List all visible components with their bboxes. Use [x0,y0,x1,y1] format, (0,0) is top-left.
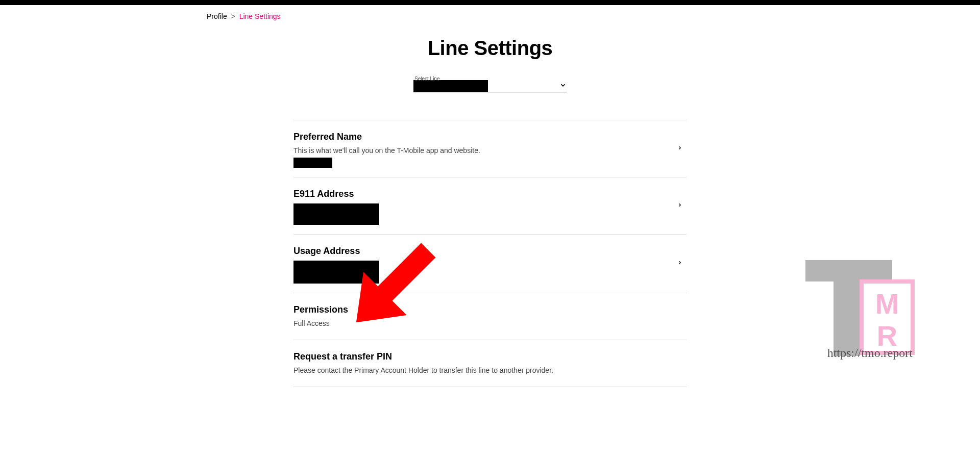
line-selector-value-redacted [413,80,488,92]
breadcrumb-current: Line Settings [239,12,281,20]
svg-rect-2 [805,260,892,281]
svg-rect-3 [834,260,860,356]
row-e911-address[interactable]: E911 Address [293,177,687,235]
watermark-url: https://tmo.report [827,346,913,360]
breadcrumb-separator: > [231,12,235,20]
settings-list: Preferred Name This is what we'll call y… [293,120,687,387]
svg-text:M: M [875,288,899,320]
row-title: E911 Address [293,189,687,199]
row-preferred-name[interactable]: Preferred Name This is what we'll call y… [293,120,687,177]
preferred-name-value-redacted [293,158,332,168]
chevron-right-icon [677,201,682,211]
row-desc: Please contact the Primary Account Holde… [293,366,687,374]
chevron-right-icon [677,259,682,269]
line-selector-label: Select Line [414,76,439,82]
row-title: Preferred Name [293,132,687,142]
chevron-right-icon [677,144,682,154]
svg-rect-4 [862,281,913,353]
row-title: Request a transfer PIN [293,351,687,362]
row-transfer-pin: Request a transfer PIN Please contact th… [293,340,687,387]
breadcrumb: Profile > Line Settings [207,12,980,20]
breadcrumb-profile[interactable]: Profile [207,12,227,20]
row-title: Permissions [293,304,687,315]
row-permissions: Permissions Full Access [293,293,687,340]
usage-value-redacted [293,261,379,284]
row-usage-address[interactable]: Usage Address [293,235,687,293]
row-desc: This is what we'll call you on the T-Mob… [293,146,687,155]
e911-value-redacted [293,203,379,225]
watermark-logo: M R [805,260,918,359]
chevron-down-icon [559,82,567,91]
page-title: Line Settings [0,37,980,60]
permissions-value: Full Access [293,319,687,327]
row-title: Usage Address [293,246,687,257]
line-selector[interactable]: Select Line [413,78,567,92]
top-bar [0,0,980,5]
svg-text:R: R [877,320,897,352]
